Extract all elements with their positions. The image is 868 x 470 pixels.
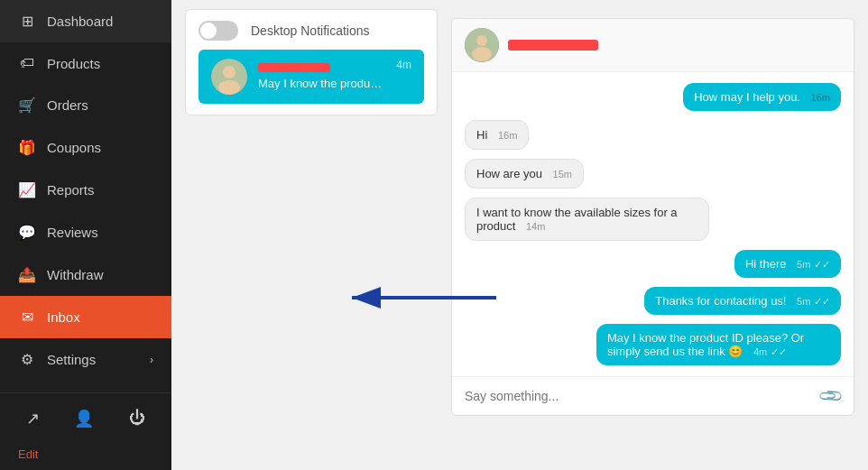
- reviews-icon: 💬: [18, 224, 36, 241]
- chat-input[interactable]: [465, 389, 812, 403]
- reports-icon: 📈: [18, 181, 36, 198]
- message-row: How may I help you. 16m: [465, 83, 841, 111]
- svg-point-4: [218, 80, 240, 95]
- withdraw-icon: 📤: [18, 266, 36, 283]
- svg-point-6: [476, 35, 487, 46]
- message-row: Thanks for contacting us! 5m ✓✓: [465, 287, 841, 315]
- message-row: May I know the product ID please? Or sim…: [465, 324, 841, 365]
- message-row: How are you 15m: [465, 159, 841, 189]
- message-row: I want to know the available sizes for a…: [465, 198, 841, 241]
- chat-avatar: [465, 28, 499, 62]
- read-checkmarks: ✓✓: [814, 296, 830, 307]
- read-checkmarks: ✓✓: [771, 346, 787, 357]
- chevron-right-icon: ›: [150, 354, 153, 366]
- message-time: 14m: [526, 221, 545, 232]
- sidebar-item-label: Reviews: [47, 225, 98, 240]
- sidebar-bottom-actions: ↗ 👤 ⏻: [0, 392, 171, 444]
- attachment-icon[interactable]: 📎: [817, 382, 845, 410]
- chat-input-row: 📎: [452, 376, 854, 415]
- external-link-icon[interactable]: ↗: [22, 404, 44, 433]
- sidebar-item-withdraw[interactable]: 📤 Withdraw: [0, 253, 171, 296]
- message-bubble: How may I help you. 16m: [683, 83, 841, 111]
- sidebar-item-label: Inbox: [47, 309, 80, 325]
- message-time: 15m: [553, 169, 572, 180]
- settings-icon: ⚙: [18, 351, 36, 368]
- sidebar-item-products[interactable]: 🏷 Products: [0, 42, 171, 84]
- notification-item[interactable]: May I know the product ID pleas... 4m: [199, 50, 424, 104]
- message-time: 4m: [753, 346, 767, 357]
- desktop-notifications-card: Desktop Notifications May I know the pro…: [185, 9, 438, 115]
- sidebar-item-settings[interactable]: ⚙ Settings ›: [0, 338, 171, 381]
- sidebar-item-reviews[interactable]: 💬 Reviews: [0, 211, 171, 253]
- notif-text: May I know the product ID pleas...: [258, 77, 385, 90]
- notifications-toggle[interactable]: [199, 21, 238, 41]
- inbox-icon: ✉: [18, 309, 36, 326]
- message-row: Hi 16m: [465, 120, 841, 150]
- sidebar-item-label: Coupons: [47, 140, 101, 155]
- products-icon: 🏷: [18, 55, 36, 71]
- svg-point-3: [223, 66, 235, 78]
- message-bubble: I want to know the available sizes for a…: [465, 198, 709, 241]
- sidebar-item-label: Reports: [47, 182, 95, 198]
- message-bubble: May I know the product ID please? Or sim…: [596, 324, 841, 365]
- sidebar: ⊞ Dashboard 🏷 Products 🛒 Orders 🎁 Coupon…: [0, 0, 171, 470]
- orders-icon: 🛒: [18, 97, 36, 114]
- sidebar-item-label: Settings: [47, 352, 96, 367]
- chat-name-bar: [508, 40, 598, 51]
- top-right-area: Desktop Notifications May I know the pro…: [185, 9, 868, 425]
- sidebar-item-label: Products: [47, 56, 100, 71]
- notif-name-bar: [258, 63, 330, 72]
- chat-header: [452, 19, 854, 72]
- sidebar-item-label: Orders: [47, 97, 88, 113]
- sidebar-item-reports[interactable]: 📈 Reports: [0, 169, 171, 211]
- message-row: Hi there 5m ✓✓: [465, 250, 841, 278]
- message-time: 16m: [811, 92, 830, 103]
- notifications-panel: Desktop Notifications May I know the pro…: [185, 9, 438, 425]
- toggle-row: Desktop Notifications: [199, 21, 424, 41]
- arrow-pointer: [343, 280, 505, 319]
- sidebar-item-coupons[interactable]: 🎁 Coupons: [0, 126, 171, 169]
- user-icon[interactable]: 👤: [69, 404, 98, 433]
- message-bubble: Hi there 5m ✓✓: [734, 250, 841, 278]
- power-icon[interactable]: ⏻: [125, 404, 150, 433]
- dashboard-icon: ⊞: [18, 13, 36, 30]
- right-area: Desktop Notifications May I know the pro…: [171, 0, 868, 470]
- notif-avatar: [211, 59, 247, 95]
- edit-link[interactable]: Edit: [0, 444, 171, 470]
- sidebar-item-inbox[interactable]: ✉ Inbox: [0, 296, 171, 338]
- notif-time: 4m: [396, 59, 411, 71]
- sidebar-item-dashboard[interactable]: ⊞ Dashboard: [0, 0, 171, 42]
- notif-content: May I know the product ID pleas...: [258, 63, 385, 90]
- message-bubble: Thanks for contacting us! 5m ✓✓: [644, 287, 841, 315]
- coupons-icon: 🎁: [18, 139, 36, 156]
- message-time: 16m: [498, 130, 517, 141]
- message-time: 5m: [797, 259, 810, 270]
- chat-messages: How may I help you. 16m Hi 16m How are y…: [452, 72, 854, 376]
- sidebar-item-label: Dashboard: [47, 14, 113, 29]
- toggle-label: Desktop Notifications: [251, 23, 370, 38]
- sidebar-item-label: Withdraw: [47, 267, 104, 282]
- sidebar-item-orders[interactable]: 🛒 Orders: [0, 84, 171, 126]
- message-bubble: Hi 16m: [465, 120, 529, 150]
- svg-point-7: [472, 47, 492, 61]
- chat-panel: How may I help you. 16m Hi 16m How are y…: [451, 18, 854, 416]
- message-bubble: How are you 15m: [465, 159, 584, 189]
- read-checkmarks: ✓✓: [814, 259, 830, 270]
- message-time: 5m: [797, 296, 810, 307]
